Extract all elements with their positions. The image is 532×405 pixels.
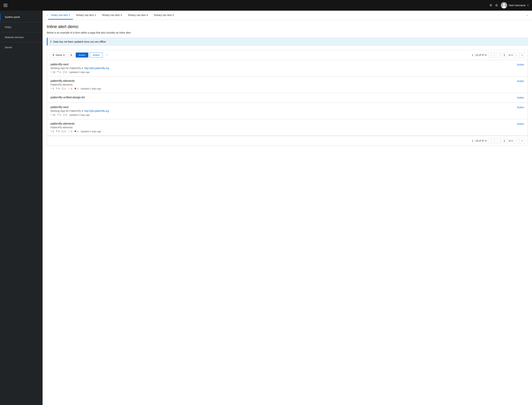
sidebar: System panel Policy Network services Ser…	[0, 11, 43, 405]
pagination-first-top[interactable]: «	[489, 52, 494, 58]
list-item-meta: ⑂ 5 ❝ 9 ⬡ 2 ⚠	[51, 87, 513, 90]
tertiary-nav-item-3[interactable]: Tertiary nav item 3	[99, 11, 125, 20]
quote-count: 9	[58, 87, 59, 90]
meta-box: ⬡ 2	[62, 87, 66, 90]
sidebar-item-policy[interactable]: Policy	[0, 24, 43, 31]
pagination-of-bottom: of 4	[509, 139, 513, 142]
list-item: patternfly-next Working repo for Pattern…	[47, 103, 528, 119]
quote-icon: ❝	[57, 113, 59, 116]
meta-error: ✖ 1	[74, 130, 78, 133]
fork-count: 10	[53, 71, 55, 74]
tertiary-nav-item-2[interactable]: Tertiary nav item 2	[73, 11, 99, 20]
list-item-action[interactable]: Action	[517, 63, 524, 66]
meta-quote: ❝ 4	[57, 71, 61, 74]
list-item-content: patternfly-unified-design-kit	[51, 96, 513, 100]
meta-fork: ⑂ 5	[51, 87, 54, 90]
username-label: Ned Username	[509, 4, 525, 7]
updated-text: Updated 2 days ago	[80, 130, 101, 133]
meta-updated: Updated 2 days ago	[80, 130, 101, 133]
list-item: patternfly-elements PatternFly elements …	[47, 119, 528, 136]
top-pagination: 1 - 10 of 37 ▾ « ‹ of 4 › »	[470, 52, 525, 58]
meta-quote: ❝ 4	[57, 113, 61, 116]
list-item-meta: ⑂ 10 ❝ 4 ⬡ 5 U	[51, 71, 513, 74]
list-item-link[interactable]: http://pf4.patternfly.org	[84, 67, 109, 70]
sidebar-item-server[interactable]: Server	[0, 44, 43, 51]
list-item-action[interactable]: Action	[517, 106, 524, 109]
pagination-page-input-top[interactable]	[501, 53, 508, 57]
meta-fork: ⑂ 10	[51, 71, 55, 74]
page-content: Inline alert demo Below is an example of…	[43, 20, 532, 405]
meta-fork: ⑂ 10	[51, 113, 55, 116]
list-item-content: patternfly-elements PatternFly elements …	[51, 79, 513, 90]
kebab-menu-button[interactable]: ⋮	[104, 52, 110, 58]
tertiary-nav-right-arrow[interactable]: ›	[527, 14, 528, 17]
tertiary-nav-item-5[interactable]: Tertiary nav item 5	[151, 11, 177, 20]
pagination-last-bottom[interactable]: »	[519, 138, 525, 143]
fork-count: 5	[53, 130, 54, 133]
pagination-of-top: of 4	[509, 54, 513, 56]
settings-icon-2[interactable]: ⚙	[495, 3, 498, 7]
tertiary-nav-item-4[interactable]: Tertiary nav item 4	[125, 11, 151, 20]
user-menu[interactable]: Ned Username ▾	[501, 2, 528, 8]
list-item-content: patternfly-elements PatternFly elements …	[51, 122, 513, 133]
box-icon: ⬡	[63, 113, 65, 116]
user-dropdown-arrow: ▾	[527, 4, 528, 7]
pagination-page-input-bottom[interactable]	[501, 138, 508, 143]
list-item-meta: ⑂ 5 ❝ 9 ⬡ 2 ⚠	[51, 130, 513, 133]
sidebar-item-network-services[interactable]: Network services	[0, 34, 43, 41]
pagination-prev-bottom[interactable]: ‹	[495, 138, 500, 143]
list-item-name: patternfly-next	[51, 63, 513, 66]
settings-icon-1[interactable]: ⚙	[489, 3, 492, 7]
tertiary-nav-item-1[interactable]: ertiary nav item 1	[48, 11, 73, 20]
svg-point-1	[503, 4, 505, 6]
pagination-last-top[interactable]: »	[519, 52, 525, 58]
pagination-next-top[interactable]: ›	[513, 52, 519, 58]
list-item-action[interactable]: Action	[517, 96, 524, 99]
meta-quote: ❝ 9	[56, 87, 59, 90]
inline-alert: ℹ Data has not been updated since you ar…	[47, 38, 528, 46]
filter-icon: ▼	[52, 54, 55, 56]
svg-point-2	[502, 6, 506, 8]
sidebar-divider-2	[0, 32, 43, 32]
list-item-desc: PatternFly elements	[51, 83, 513, 86]
list-item-link[interactable]: http://pf4.patternfly.org	[84, 109, 109, 112]
meta-error: ✖ 1	[74, 87, 78, 90]
pagination-first-bottom[interactable]: «	[489, 138, 494, 143]
list-item-action[interactable]: Action	[517, 122, 524, 125]
list-item: patternfly-elements PatternFly elements …	[47, 76, 528, 93]
warning-count: 4	[71, 87, 72, 90]
tertiary-navigation: ‹ ertiary nav item 1 Tertiary nav item 2…	[43, 11, 532, 20]
fork-count: 5	[53, 87, 54, 90]
list-item-desc: Working repo for PatternFly 4: http://pf…	[51, 109, 513, 112]
hamburger-menu[interactable]	[4, 4, 7, 7]
list-item-content: patternfly-next Working repo for Pattern…	[51, 106, 513, 116]
filter-button[interactable]: ▼ Name ▾	[50, 52, 67, 58]
action-primary-button[interactable]: Action	[76, 53, 88, 58]
fork-icon: ⑂	[51, 113, 52, 116]
sidebar-item-system-panel[interactable]: System panel	[0, 14, 43, 20]
error-icon: ✖	[74, 130, 76, 133]
error-count: 1	[77, 130, 78, 133]
pagination-prev-top[interactable]: ‹	[495, 52, 500, 58]
alert-info-icon: ℹ	[50, 40, 52, 43]
tertiary-nav-left-arrow[interactable]: ‹	[47, 14, 47, 16]
page-title: Inline alert demo	[47, 24, 528, 29]
pagination-count-dropdown-bottom: ▾	[485, 139, 486, 142]
sort-button[interactable]: ⇅	[68, 52, 74, 58]
meta-box: ⬡ 5	[63, 113, 67, 116]
pagination-count-top[interactable]: 1 - 10 of 37 ▾	[470, 53, 488, 57]
pagination-next-bottom[interactable]: ›	[513, 138, 519, 143]
pagination-count-bottom[interactable]: 1 - 10 of 37 ▾	[470, 138, 488, 143]
fork-icon: ⑂	[51, 71, 52, 74]
meta-warning: ⚠ 4	[68, 87, 72, 90]
list-item-name: patternfly-unified-design-kit	[51, 96, 513, 99]
list-item-meta: ⑂ 10 ❝ 4 ⬡ 5 U	[51, 113, 513, 116]
meta-box: ⬡ 5	[63, 71, 67, 74]
meta-updated: Updated 2 days ago	[69, 114, 90, 116]
list-item: patternfly-unified-design-kit Action	[47, 93, 528, 103]
action-secondary-button[interactable]: Action	[90, 52, 103, 58]
list-item-action[interactable]: Action	[517, 79, 524, 82]
meta-updated: Updated 2 days ago	[69, 71, 90, 74]
quote-icon: ❝	[56, 87, 58, 90]
warning-icon: ⚠	[68, 130, 70, 133]
